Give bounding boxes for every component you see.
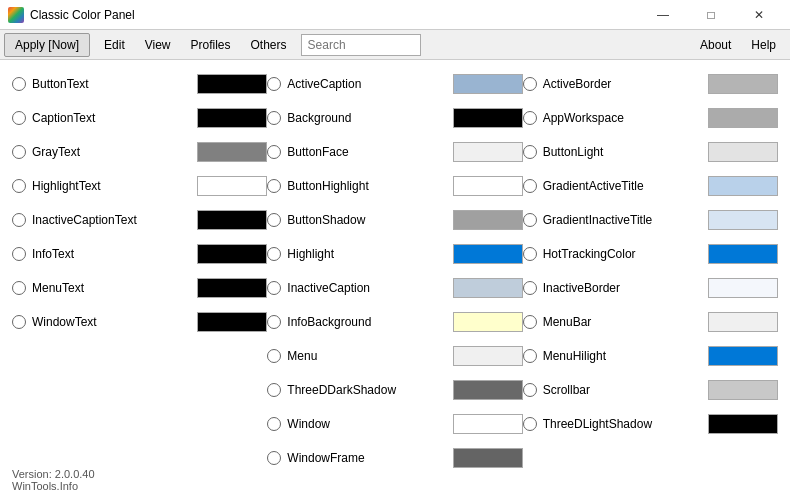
about-button[interactable]: About — [690, 34, 741, 56]
swatch-threeddarkshadow[interactable] — [453, 380, 523, 400]
swatch-activecaption[interactable] — [453, 74, 523, 94]
radio-windowframe[interactable] — [267, 451, 281, 465]
radio-menubar[interactable] — [523, 315, 537, 329]
radio-menutext[interactable] — [12, 281, 26, 295]
swatch-menubar[interactable] — [708, 312, 778, 332]
color-row: GrayText — [12, 136, 267, 168]
window-controls: — □ ✕ — [640, 0, 782, 30]
radio-infobackground[interactable] — [267, 315, 281, 329]
radio-buttonhighlight[interactable] — [267, 179, 281, 193]
label-infotext: InfoText — [32, 247, 191, 261]
label-hottrackingcolor: HotTrackingColor — [543, 247, 702, 261]
color-row: ButtonText — [12, 68, 267, 100]
swatch-buttontext[interactable] — [197, 74, 267, 94]
radio-threeddarkshadow[interactable] — [267, 383, 281, 397]
radio-activeborder[interactable] — [523, 77, 537, 91]
website-text: WinTools.Info — [12, 480, 95, 492]
swatch-threedlightshadow[interactable] — [708, 414, 778, 434]
swatch-inactivecaption[interactable] — [453, 278, 523, 298]
swatch-menuhilight[interactable] — [708, 346, 778, 366]
swatch-menutext[interactable] — [197, 278, 267, 298]
maximize-button[interactable]: □ — [688, 0, 734, 30]
radio-buttontext[interactable] — [12, 77, 26, 91]
swatch-windowframe[interactable] — [453, 448, 523, 468]
color-row: ButtonLight — [523, 136, 778, 168]
radio-buttonface[interactable] — [267, 145, 281, 159]
swatch-buttonlight[interactable] — [708, 142, 778, 162]
swatch-inactiveborder[interactable] — [708, 278, 778, 298]
radio-menu[interactable] — [267, 349, 281, 363]
label-menutext: MenuText — [32, 281, 191, 295]
radio-buttonlight[interactable] — [523, 145, 537, 159]
swatch-hottrackingcolor[interactable] — [708, 244, 778, 264]
label-highlighttext: HighlightText — [32, 179, 191, 193]
radio-gradientactivetitle[interactable] — [523, 179, 537, 193]
swatch-inactivecaptiontext[interactable] — [197, 210, 267, 230]
color-row: Window — [267, 408, 522, 440]
color-row: WindowText — [12, 306, 267, 338]
radio-infotext[interactable] — [12, 247, 26, 261]
label-menubar: MenuBar — [543, 315, 702, 329]
color-row: GradientInactiveTitle — [523, 204, 778, 236]
swatch-buttonface[interactable] — [453, 142, 523, 162]
color-grid: ButtonTextCaptionTextGrayTextHighlightTe… — [12, 68, 778, 474]
help-button[interactable]: Help — [741, 34, 786, 56]
radio-appworkspace[interactable] — [523, 111, 537, 125]
label-activecaption: ActiveCaption — [287, 77, 446, 91]
radio-gradientinactivetitle[interactable] — [523, 213, 537, 227]
edit-menu[interactable]: Edit — [94, 34, 135, 56]
search-input[interactable] — [301, 34, 421, 56]
swatch-highlight[interactable] — [453, 244, 523, 264]
others-menu[interactable]: Others — [241, 34, 297, 56]
swatch-infotext[interactable] — [197, 244, 267, 264]
color-row: ButtonShadow — [267, 204, 522, 236]
swatch-highlighttext[interactable] — [197, 176, 267, 196]
label-windowtext: WindowText — [32, 315, 191, 329]
close-button[interactable]: ✕ — [736, 0, 782, 30]
radio-activecaption[interactable] — [267, 77, 281, 91]
swatch-scrollbar[interactable] — [708, 380, 778, 400]
swatch-windowtext[interactable] — [197, 312, 267, 332]
color-row: Menu — [267, 340, 522, 372]
radio-highlight[interactable] — [267, 247, 281, 261]
swatch-window[interactable] — [453, 414, 523, 434]
swatch-appworkspace[interactable] — [708, 108, 778, 128]
swatch-graytext[interactable] — [197, 142, 267, 162]
column-1: ButtonTextCaptionTextGrayTextHighlightTe… — [12, 68, 267, 474]
radio-inactivecaptiontext[interactable] — [12, 213, 26, 227]
swatch-background[interactable] — [453, 108, 523, 128]
radio-inactiveborder[interactable] — [523, 281, 537, 295]
radio-inactivecaption[interactable] — [267, 281, 281, 295]
color-row: HotTrackingColor — [523, 238, 778, 270]
swatch-infobackground[interactable] — [453, 312, 523, 332]
swatch-gradientactivetitle[interactable] — [708, 176, 778, 196]
color-row: Background — [267, 102, 522, 134]
radio-captiontext[interactable] — [12, 111, 26, 125]
label-buttontext: ButtonText — [32, 77, 191, 91]
profiles-menu[interactable]: Profiles — [181, 34, 241, 56]
radio-background[interactable] — [267, 111, 281, 125]
swatch-gradientinactivetitle[interactable] — [708, 210, 778, 230]
app-title: Classic Color Panel — [30, 8, 640, 22]
view-menu[interactable]: View — [135, 34, 181, 56]
swatch-buttonshadow[interactable] — [453, 210, 523, 230]
radio-buttonshadow[interactable] — [267, 213, 281, 227]
radio-graytext[interactable] — [12, 145, 26, 159]
label-captiontext: CaptionText — [32, 111, 191, 125]
radio-scrollbar[interactable] — [523, 383, 537, 397]
swatch-activeborder[interactable] — [708, 74, 778, 94]
swatch-menu[interactable] — [453, 346, 523, 366]
swatch-buttonhighlight[interactable] — [453, 176, 523, 196]
radio-threedlightshadow[interactable] — [523, 417, 537, 431]
color-row: InfoBackground — [267, 306, 522, 338]
radio-highlighttext[interactable] — [12, 179, 26, 193]
radio-menuhilight[interactable] — [523, 349, 537, 363]
color-row: AppWorkspace — [523, 102, 778, 134]
radio-window[interactable] — [267, 417, 281, 431]
minimize-button[interactable]: — — [640, 0, 686, 30]
radio-windowtext[interactable] — [12, 315, 26, 329]
radio-hottrackingcolor[interactable] — [523, 247, 537, 261]
apply-now-button[interactable]: Apply [Now] — [4, 33, 90, 57]
label-infobackground: InfoBackground — [287, 315, 446, 329]
swatch-captiontext[interactable] — [197, 108, 267, 128]
